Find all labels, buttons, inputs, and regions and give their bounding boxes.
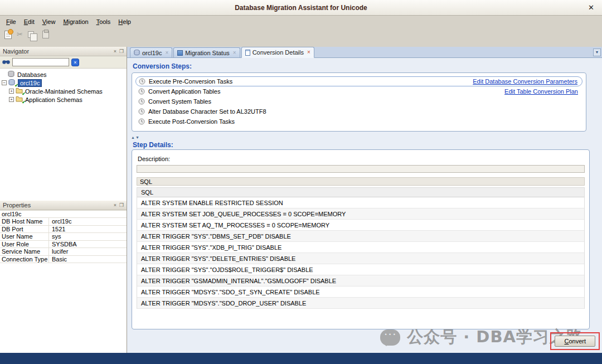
properties-restore-icon[interactable]: ❐ [119, 203, 124, 208]
sql-row[interactable]: ALTER SYSTEM ENABLE RESTRICTED SESSION [137, 197, 584, 208]
step-label: Alter Database Character Set to AL32UTF8 [148, 108, 266, 115]
tab-label: Migration Status [185, 50, 229, 56]
convert-button[interactable]: Convert [555, 336, 595, 347]
cut-icon[interactable]: ✂ [17, 31, 23, 38]
menu-view[interactable]: View [38, 17, 60, 26]
database-icon: ✔ [8, 79, 16, 86]
menu-tools[interactable]: Tools [93, 17, 115, 26]
edit-table-conversion-plan-link[interactable]: Edit Table Conversion Plan [504, 88, 578, 95]
sql-row[interactable]: ALTER TRIGGER "SYS"."XDB_PI_TRIG" DISABL… [137, 242, 584, 253]
folder-icon: ✔ [16, 88, 23, 95]
tab-migration-status[interactable]: Migration Status × [173, 47, 240, 57]
search-binoculars-icon [2, 60, 10, 65]
navigator-search-input[interactable] [12, 58, 69, 66]
db-tab-icon [134, 50, 140, 56]
sql-section-label: SQL [137, 177, 585, 186]
navigator-close-icon[interactable]: × [114, 49, 116, 54]
watermark-chat-icon [380, 329, 400, 346]
menu-file[interactable]: File [2, 17, 20, 26]
menu-migration[interactable]: Migration [59, 17, 92, 26]
new-connection-icon[interactable] [4, 31, 12, 39]
tree-node-oracle-schemas[interactable]: + ✔ Oracle-Maintained Schemas [0, 87, 127, 95]
tree-node-label: Application Schemas [25, 96, 82, 103]
step-row-convert-system-tables[interactable]: Convert System Tables [135, 96, 582, 106]
annotation-red-box: Convert [550, 332, 600, 350]
left-panel: Navigator × ❐ × Database [0, 47, 127, 353]
step-label: Convert System Tables [148, 98, 211, 105]
pending-clock-icon [138, 118, 145, 125]
tab-conversion-details[interactable]: Conversion Details × [241, 47, 314, 58]
tree-node-orcl19c[interactable]: − ✔ orcl19c [0, 79, 127, 87]
app-window: Database Migration Assistant for Unicode… [0, 0, 602, 364]
properties-title: Properties [3, 202, 111, 208]
property-label: User Name [0, 233, 49, 240]
tab-close-icon[interactable]: × [307, 50, 310, 55]
sql-column-header[interactable]: SQL [137, 188, 584, 197]
sql-row[interactable]: ALTER TRIGGER "MDSYS"."SDO_ST_SYN_CREATE… [137, 287, 584, 298]
pending-clock-icon [138, 88, 145, 95]
tree-node-label: Databases [17, 71, 47, 78]
property-value: orcl19c [49, 218, 71, 225]
sql-row[interactable]: ALTER SYSTEM SET AQ_TM_PROCESSES = 0 SCO… [137, 220, 584, 231]
navigator-restore-icon[interactable]: ❐ [119, 49, 124, 54]
sql-table: SQL ALTER SYSTEM ENABLE RESTRICTED SESSI… [137, 187, 585, 309]
step-row-pre-conversion[interactable]: Execute Pre-Conversion Tasks Edit Databa… [135, 76, 582, 86]
sql-row[interactable]: ALTER TRIGGER "GSMADMIN_INTERNAL"."GSMLO… [137, 275, 584, 287]
databases-icon [8, 71, 16, 78]
property-value: sys [49, 233, 61, 240]
properties-header: Properties × ❐ [0, 201, 127, 210]
menu-edit[interactable]: Edit [20, 17, 38, 26]
toolbar: ✂ [0, 27, 602, 42]
property-row: DB Host Name orcl19c [0, 218, 127, 226]
sql-row[interactable]: ALTER TRIGGER "MDSYS"."SDO_DROP_USER" DI… [137, 298, 584, 309]
pending-clock-icon [139, 78, 145, 85]
property-row: Service Name lucifer [0, 248, 127, 256]
sql-row[interactable]: ALTER TRIGGER "SYS"."DBMS_SET_PDB" DISAB… [137, 231, 584, 242]
property-label: User Role [0, 241, 49, 248]
conversion-steps-heading: Conversion Steps: [133, 62, 192, 70]
property-value: 1521 [49, 226, 65, 232]
step-label: Convert Application Tables [148, 88, 220, 95]
navigator-title: Navigator [3, 48, 111, 55]
expand-icon[interactable]: + [9, 89, 14, 94]
tree-node-databases[interactable]: Databases [0, 70, 127, 79]
clear-search-icon[interactable]: × [71, 59, 79, 66]
window-close-icon[interactable]: ✕ [588, 3, 594, 12]
sql-row[interactable]: ALTER TRIGGER "SYS"."OJDS$ROLE_TRIGGER$"… [137, 264, 584, 275]
paste-icon[interactable] [42, 31, 49, 38]
tab-orcl19c[interactable]: orcl19c × [130, 47, 172, 57]
sql-row[interactable]: ALTER SYSTEM SET JOB_QUEUE_PROCESSES = 0… [137, 208, 584, 220]
conversion-steps-box: Execute Pre-Conversion Tasks Edit Databa… [132, 72, 586, 132]
splitter-down-icon[interactable]: ▼ [135, 135, 140, 139]
tab-overflow-icon[interactable]: ▼ [593, 48, 601, 56]
folder-icon: ✔ [16, 96, 23, 103]
property-row: DB Port 1521 [0, 226, 127, 234]
tab-strip: orcl19c × Migration Status × Conversion … [127, 47, 602, 58]
step-row-convert-application-tables[interactable]: Convert Application Tables Edit Table Co… [135, 86, 582, 96]
collapse-icon[interactable]: − [2, 80, 7, 85]
properties-close-icon[interactable]: × [114, 203, 116, 208]
tree-node-application-schemas[interactable]: + ✔ Application Schemas [0, 95, 127, 104]
navigator-header: Navigator × ❐ [0, 47, 127, 56]
step-row-alter-character-set[interactable]: Alter Database Character Set to AL32UTF8 [135, 106, 582, 117]
tab-close-icon[interactable]: × [233, 50, 236, 56]
property-value: lucifer [49, 248, 68, 255]
expand-icon[interactable]: + [9, 97, 14, 102]
properties-table: orcl19c DB Host Name orcl19c DB Port 152… [0, 210, 127, 263]
step-details-heading: Step Details: [133, 141, 173, 149]
navigator-tree: Databases − ✔ orcl19c + [0, 69, 127, 201]
tab-label: orcl19c [142, 50, 162, 56]
edit-db-conversion-parameters-link[interactable]: Edit Database Conversion Parameters [473, 78, 577, 85]
menu-help[interactable]: Help [114, 17, 135, 26]
sql-row[interactable]: ALTER TRIGGER "SYS"."DELETE_ENTRIES" DIS… [137, 253, 584, 264]
step-row-post-conversion[interactable]: Execute Post-Conversion Tasks [135, 117, 582, 127]
property-row: User Name sys [0, 233, 127, 241]
splitter-handle[interactable]: ▲▼ [131, 135, 140, 139]
step-label: Execute Post-Conversion Tasks [148, 118, 235, 125]
title-bar: Database Migration Assistant for Unicode… [0, 0, 602, 16]
tab-close-icon[interactable]: × [165, 50, 168, 56]
copy-icon[interactable] [28, 31, 34, 38]
splitter-up-icon[interactable]: ▲ [131, 135, 135, 139]
sql-rows: ALTER SYSTEM ENABLE RESTRICTED SESSION A… [137, 197, 584, 309]
description-input[interactable] [137, 165, 585, 173]
